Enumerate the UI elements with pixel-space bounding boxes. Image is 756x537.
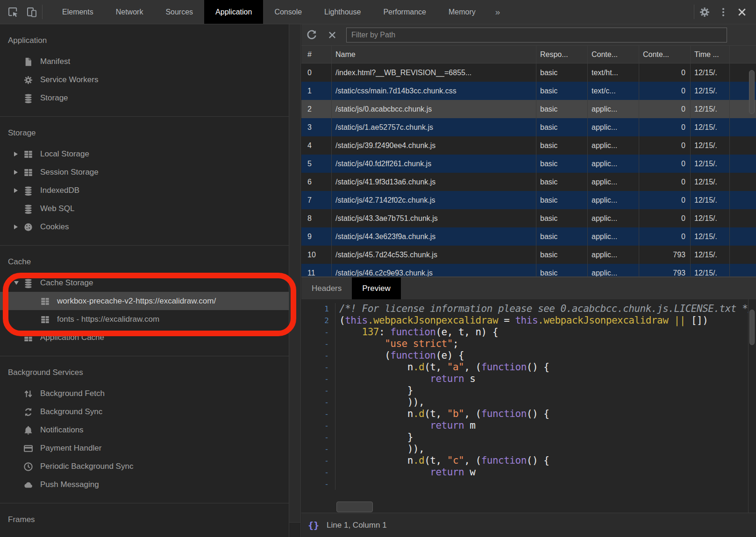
sidebar-item-cookies[interactable]: Cookies	[0, 218, 289, 236]
preview-tab-preview[interactable]: Preview	[352, 277, 400, 299]
devtools-window: { "colors": { "toolbar_bg": "#333333", "…	[0, 0, 756, 537]
table-row[interactable]: 5/static/js/40.fd2ff261.chunk.jsbasicapp…	[301, 155, 756, 173]
table-row[interactable]: 6/static/js/41.9f3d13a6.chunk.jsbasicapp…	[301, 173, 756, 191]
more-tabs-button[interactable]: »	[487, 0, 509, 24]
code-vertical-scrollbar[interactable]	[748, 299, 756, 513]
cell-n: 3	[301, 118, 332, 136]
code-line: 2(this.webpackJsonpexcalidraw = this.web…	[301, 315, 748, 326]
cell-ctype: applic...	[588, 100, 639, 118]
chevron-right-icon[interactable]	[14, 225, 20, 229]
table-icon	[23, 168, 34, 177]
table-row[interactable]: 3/static/js/1.ae52757c.chunk.jsbasicappl…	[301, 118, 756, 136]
tab-application[interactable]: Application	[204, 0, 263, 24]
sidebar-item-session-storage[interactable]: Session Storage	[0, 163, 289, 181]
sidebar-item-workbox-precache-v2-https-excalidraw-com[interactable]: workbox-precache-v2-https://excalidraw.c…	[0, 292, 289, 310]
application-sidebar: ApplicationManifestService WorkersStorag…	[0, 24, 289, 537]
sidebar-item-storage[interactable]: Storage	[0, 89, 289, 107]
cell-name: /static/js/45.7d24c535.chunk.js	[332, 246, 536, 264]
table-row[interactable]: 0/index.html?__WB_REVISION__=6855...basi…	[301, 64, 756, 82]
column-header-respo[interactable]: Respo...	[536, 46, 588, 63]
chevron-right-icon[interactable]	[14, 188, 20, 193]
sidebar-item-label: Push Messaging	[40, 480, 99, 489]
cell-resp: basic	[536, 64, 588, 82]
table-row[interactable]: 7/static/js/42.7142f02c.chunk.jsbasicapp…	[301, 191, 756, 209]
code-horizontal-scrollbar-thumb[interactable]	[336, 502, 373, 512]
preview-tabbar: HeadersPreview	[301, 277, 756, 299]
device-toolbar-icon	[26, 7, 37, 18]
sidebar-item-web-sql[interactable]: Web SQL	[0, 199, 289, 218]
section-title: Background Services	[0, 366, 289, 384]
cell-resp: basic	[536, 100, 588, 118]
settings-button[interactable]	[695, 0, 714, 24]
sidebar-item-manifest[interactable]: Manifest	[0, 52, 289, 71]
table-row[interactable]: 9/static/js/44.3e623f9a.chunk.jsbasicapp…	[301, 227, 756, 246]
cell-n: 4	[301, 136, 332, 155]
column-header-[interactable]: #	[301, 46, 332, 63]
line-number: -	[301, 443, 335, 455]
column-header-name[interactable]: Name	[332, 46, 536, 63]
refresh-button[interactable]	[301, 24, 322, 45]
preview-statusbar: {} Line 1, Column 1	[301, 513, 756, 537]
close-devtools-button[interactable]	[733, 0, 751, 24]
table-row[interactable]: 10/static/js/45.7d24c535.chunk.jsbasicap…	[301, 246, 756, 264]
sidebar-item-label: Web SQL	[40, 204, 74, 213]
tab-performance[interactable]: Performance	[372, 0, 437, 24]
cell-clen: 0	[639, 100, 691, 118]
up-down-arrows-icon	[23, 389, 34, 398]
column-header-conte[interactable]: Conte...	[588, 46, 639, 63]
chevron-right-icon[interactable]	[14, 170, 20, 175]
tab-network[interactable]: Network	[105, 0, 155, 24]
inspect-element-button[interactable]	[4, 0, 22, 24]
table-row[interactable]: 4/static/js/39.f2490ee4.chunk.jsbasicapp…	[301, 136, 756, 155]
tab-memory[interactable]: Memory	[437, 0, 487, 24]
code-preview: 1/*! For license information please see …	[301, 299, 756, 513]
column-header-conte[interactable]: Conte...	[639, 46, 691, 63]
device-toolbar-button[interactable]	[22, 0, 41, 24]
devtools-menu-button[interactable]	[714, 0, 733, 24]
close-icon	[737, 7, 747, 17]
cell-n: 11	[301, 264, 332, 276]
sidebar-item-notifications[interactable]: Notifications	[0, 421, 289, 439]
sidebar-item-payment-handler[interactable]: Payment Handler	[0, 439, 289, 457]
sidebar-item-application-cache[interactable]: Application Cache	[0, 328, 289, 346]
sidebar-item-service-workers[interactable]: Service Workers	[0, 71, 289, 89]
code-line: - 137: function(e, t, n) {	[301, 326, 748, 338]
table-row[interactable]: 8/static/js/43.3ae7b751.chunk.jsbasicapp…	[301, 209, 756, 227]
sidebar-item-local-storage[interactable]: Local Storage	[0, 145, 289, 163]
tab-lighthouse[interactable]: Lighthouse	[313, 0, 372, 24]
sidebar-item-label: Background Sync	[40, 407, 102, 417]
tab-elements[interactable]: Elements	[51, 0, 105, 24]
tab-sources[interactable]: Sources	[154, 0, 204, 24]
sidebar-scrollbar[interactable]	[289, 24, 301, 537]
table-icon	[40, 315, 50, 324]
devtools-main-toolbar: ElementsNetworkSourcesApplicationConsole…	[0, 0, 756, 24]
column-header-time[interactable]: Time ...	[691, 46, 730, 63]
table-row[interactable]: 11/static/js/46.c2c9e93.chunk.jsbasicapp…	[301, 264, 756, 276]
sidebar-item-cache-storage[interactable]: Cache Storage	[0, 274, 289, 292]
sidebar-item-background-fetch[interactable]: Background Fetch	[0, 384, 289, 403]
chevron-down-icon[interactable]	[14, 281, 20, 285]
sidebar-item-push-messaging[interactable]: Push Messaging	[0, 475, 289, 494]
sidebar-item-label: Session Storage	[40, 168, 99, 177]
clear-button[interactable]	[322, 24, 342, 45]
sidebar-item-background-sync[interactable]: Background Sync	[0, 403, 289, 421]
line-number: 2	[301, 315, 335, 326]
cell-ctype: applic...	[588, 209, 639, 227]
sidebar-item-fonts-https-excalidraw-com[interactable]: fonts - https://excalidraw.com	[0, 310, 289, 328]
cell-resp: basic	[536, 118, 588, 136]
line-number: -	[301, 420, 335, 431]
chevron-right-icon[interactable]	[14, 152, 20, 156]
filter-by-path-input[interactable]	[346, 28, 727, 42]
cell-time: 12/15/.	[691, 173, 730, 191]
cell-ctype: applic...	[588, 246, 639, 264]
sidebar-item-indexeddb[interactable]: IndexedDB	[0, 181, 289, 199]
cell-time: 12/15/.	[691, 227, 730, 246]
table-row[interactable]: 2/static/js/0.acabcbcc.chunk.jsbasicappl…	[301, 100, 756, 118]
preview-tab-headers[interactable]: Headers	[301, 277, 352, 299]
cell-resp: basic	[536, 227, 588, 246]
tab-console[interactable]: Console	[263, 0, 313, 24]
table-row[interactable]: 1/static/css/main.7d14b3cc.chunk.cssbasi…	[301, 82, 756, 100]
table-vertical-scrollbar[interactable]	[748, 64, 756, 276]
sidebar-item-label: Periodic Background Sync	[40, 462, 133, 471]
sidebar-item-periodic-background-sync[interactable]: Periodic Background Sync	[0, 457, 289, 475]
